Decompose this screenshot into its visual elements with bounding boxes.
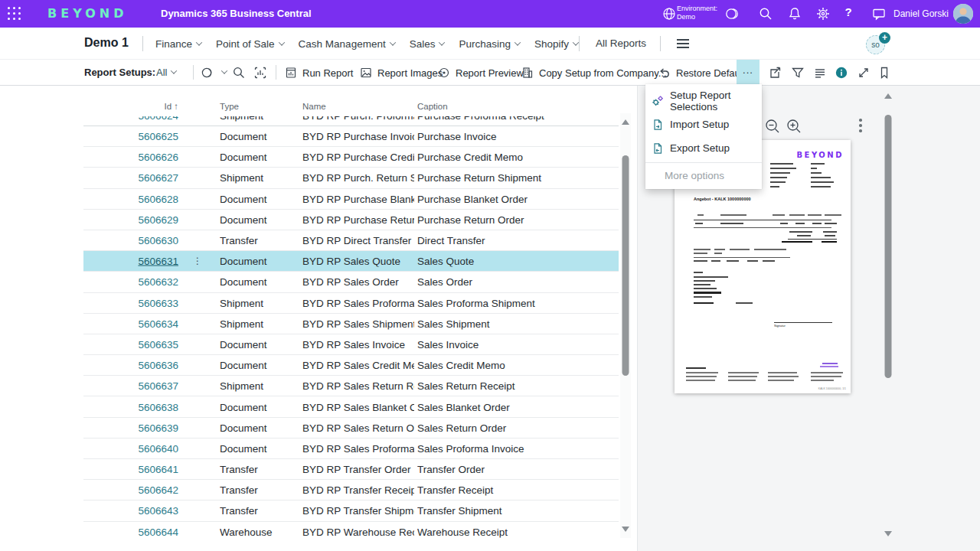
info-icon[interactable] — [835, 66, 848, 80]
expand-pane-icon[interactable] — [857, 66, 871, 80]
app-title[interactable]: Dynamics 365 Business Central — [161, 8, 312, 19]
row-id-link[interactable]: 5606629 — [138, 214, 178, 225]
search-icon[interactable] — [758, 6, 773, 21]
table-row[interactable]: 5606638DocumentBYD RP Sales Blanket Orde… — [83, 396, 619, 417]
table-row[interactable]: 5606633ShipmentBYD RP Sales Proforma Shi… — [83, 293, 619, 314]
nav-item-all-reports[interactable]: All Reports — [596, 37, 646, 49]
scroll-up-icon[interactable] — [622, 119, 629, 125]
role-badge-plus-icon[interactable]: + — [879, 32, 890, 44]
table-row[interactable]: 5606640DocumentBYD RP Sales Proforma Inv… — [83, 439, 619, 459]
user-avatar[interactable] — [953, 4, 973, 24]
view-filter-dropdown[interactable]: All — [156, 67, 176, 78]
column-header-caption[interactable]: Caption — [417, 102, 448, 111]
scroll-up-icon[interactable] — [884, 93, 892, 99]
settings-gear-icon[interactable] — [815, 6, 831, 21]
report-images-button[interactable]: Report Images — [360, 64, 443, 81]
row-id-link[interactable]: 5606630 — [138, 235, 178, 246]
nav-menu-cash-management[interactable]: Cash Management — [299, 38, 395, 50]
preview-options-dots-icon[interactable] — [858, 119, 863, 135]
row-id-link[interactable]: 5606644 — [138, 526, 178, 537]
table-row[interactable]: 5606635DocumentBYD RP Sales InvoiceSales… — [83, 334, 619, 355]
app-launcher-icon[interactable] — [8, 7, 21, 21]
row-id-link[interactable]: 5606624 — [138, 116, 178, 121]
more-actions-ellipsis-button[interactable]: ... — [737, 60, 760, 85]
copilot-icon[interactable] — [724, 6, 740, 21]
table-row[interactable]: 5606632DocumentBYD RP Sales OrderSales O… — [83, 272, 619, 292]
table-row[interactable]: 5606624ShipmentBYD RP Purch. Proforma Re… — [83, 116, 619, 126]
table-row[interactable]: 5606625DocumentBYD RP Purchase InvoicePu… — [83, 126, 619, 147]
feedback-chat-icon[interactable] — [871, 6, 887, 21]
table-row[interactable]: 5606641TransferBYD RP Transfer OrderTran… — [83, 459, 619, 480]
row-id-link[interactable]: 5606626 — [138, 152, 178, 163]
row-id-link[interactable]: 5606641 — [138, 464, 178, 475]
row-id-link[interactable]: 5606631 — [138, 256, 178, 267]
company-name[interactable]: Demo 1 — [84, 36, 129, 50]
column-header-id[interactable]: Id ↑ — [83, 102, 178, 111]
table-row[interactable]: 5606644WarehouseBYD RP Warehouse Receipt… — [83, 522, 619, 538]
zoom-in-icon[interactable] — [786, 118, 802, 135]
notifications-bell-icon[interactable] — [787, 6, 802, 21]
row-id-link[interactable]: 5606628 — [138, 193, 178, 204]
environment-indicator[interactable]: Environment: Demo — [677, 5, 717, 21]
row-id-link[interactable]: 5606627 — [138, 172, 178, 184]
row-id-link[interactable]: 5606625 — [138, 131, 178, 142]
table-row[interactable]: 5606630TransferBYD RP Direct TransferDir… — [83, 230, 619, 251]
user-name[interactable]: Daniel Gorski — [893, 8, 949, 19]
row-id-link[interactable]: 5606635 — [138, 338, 178, 350]
table-row[interactable]: 5606631⋮DocumentBYD RP Sales QuoteSales … — [83, 251, 619, 272]
analyze-icon[interactable] — [253, 66, 267, 80]
row-id-link[interactable]: 5606637 — [138, 380, 178, 392]
table-row[interactable]: 5606629DocumentBYD RP Purchase Return Or… — [83, 210, 619, 230]
zoom-out-icon[interactable] — [764, 118, 781, 135]
nav-more-menu-icon[interactable] — [677, 39, 689, 48]
preview-scrollbar[interactable] — [883, 89, 893, 545]
chevron-down-icon[interactable] — [221, 67, 227, 73]
scrollbar-thumb[interactable] — [885, 115, 892, 378]
row-id-link[interactable]: 5606633 — [138, 297, 178, 308]
nav-menu-sales[interactable]: Sales — [410, 38, 445, 50]
column-header-type[interactable]: Type — [220, 102, 239, 111]
table-row[interactable]: 5606636DocumentBYD RP Sales Credit MemoS… — [83, 355, 619, 376]
table-row[interactable]: 5606634ShipmentBYD RP Sales ShipmentSale… — [83, 314, 619, 334]
nav-menu-point-of-sale[interactable]: Point of Sale — [216, 38, 284, 50]
nav-menu-shopify[interactable]: Shopify — [534, 38, 578, 50]
table-row[interactable]: 5606626DocumentBYD RP Purchase Credit Me… — [83, 147, 619, 168]
row-id-link[interactable]: 5606643 — [138, 505, 178, 517]
copy-setup-button[interactable]: Copy Setup from Company... — [521, 64, 667, 81]
row-context-dots-icon[interactable]: ⋮ — [192, 256, 203, 266]
scrollbar-thumb[interactable] — [622, 155, 629, 376]
filter-icon[interactable] — [791, 66, 805, 80]
nav-menu-finance[interactable]: Finance — [155, 38, 201, 50]
row-id-link[interactable]: 5606642 — [138, 484, 178, 496]
menu-item-export-setup[interactable]: Export Setup — [645, 136, 762, 160]
table-row[interactable]: 5606627ShipmentBYD RP Purch. Return Ship… — [83, 168, 619, 188]
search-list-icon[interactable] — [232, 66, 246, 80]
menu-item-more-options[interactable]: More options — [645, 165, 762, 186]
table-row[interactable]: 5606643TransferBYD RP Transfer ShipmentT… — [83, 500, 619, 521]
menu-item-setup-report-selections[interactable]: Setup Report Selections — [645, 89, 762, 112]
globe-icon[interactable] — [662, 6, 677, 21]
row-id-link[interactable]: 5606638 — [138, 401, 178, 412]
nav-menu-purchasing[interactable]: Purchasing — [459, 38, 520, 50]
run-report-button[interactable]: Run Report — [285, 64, 353, 81]
share-icon[interactable] — [768, 66, 782, 80]
copilot-actions-icon[interactable] — [201, 66, 214, 80]
table-row[interactable]: 5606637ShipmentBYD RP Sales Return Recei… — [83, 376, 619, 396]
table-row[interactable]: 5606628DocumentBYD RP Purchase Blanket O… — [83, 189, 619, 210]
table-row[interactable]: 5606642TransferBYD RP Transfer ReceiptTr… — [83, 480, 619, 500]
row-id-link[interactable]: 5606640 — [138, 442, 178, 454]
help-icon[interactable]: ? — [844, 5, 853, 21]
table-scrollbar[interactable] — [620, 113, 631, 538]
menu-item-import-setup[interactable]: Import Setup — [645, 112, 762, 136]
list-view-icon[interactable] — [813, 66, 827, 80]
table-row[interactable]: 5606639DocumentBYD RP Sales Return Order… — [83, 418, 619, 439]
column-header-name[interactable]: Name — [302, 102, 326, 111]
scroll-down-icon[interactable] — [884, 531, 892, 536]
row-id-link[interactable]: 5606639 — [138, 422, 178, 433]
report-preview-button[interactable]: Report Preview — [438, 64, 524, 81]
bookmark-icon[interactable] — [877, 66, 891, 80]
clipped-table-row[interactable]: 5606624ShipmentBYD RP Purch. Proforma Re… — [83, 116, 619, 126]
row-id-link[interactable]: 5606636 — [138, 360, 178, 371]
scroll-down-icon[interactable] — [622, 527, 629, 532]
row-id-link[interactable]: 5606632 — [138, 276, 178, 288]
